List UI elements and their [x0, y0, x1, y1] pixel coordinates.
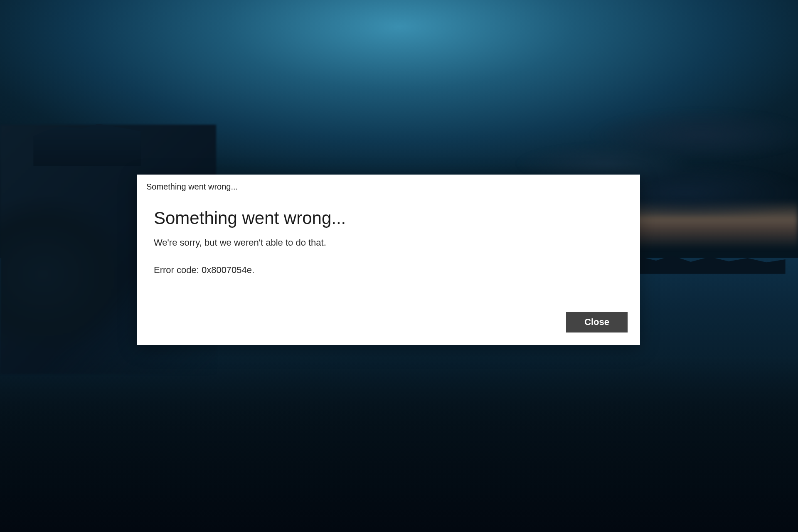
- wallpaper-building: [33, 116, 141, 166]
- close-button[interactable]: Close: [566, 312, 628, 332]
- dialog-error-code: Error code: 0x8007054e.: [154, 265, 623, 276]
- dialog-window-title: Something went wrong...: [137, 175, 640, 196]
- wallpaper-distant-rocks: [628, 249, 786, 274]
- dialog-message: We're sorry, but we weren't able to do t…: [154, 237, 623, 248]
- dialog-body: Something went wrong... We're sorry, but…: [137, 196, 640, 312]
- wallpaper-beach: [0, 357, 798, 532]
- dialog-heading: Something went wrong...: [154, 208, 623, 228]
- error-dialog: Something went wrong... Something went w…: [137, 175, 640, 345]
- dialog-footer: Close: [137, 312, 640, 345]
